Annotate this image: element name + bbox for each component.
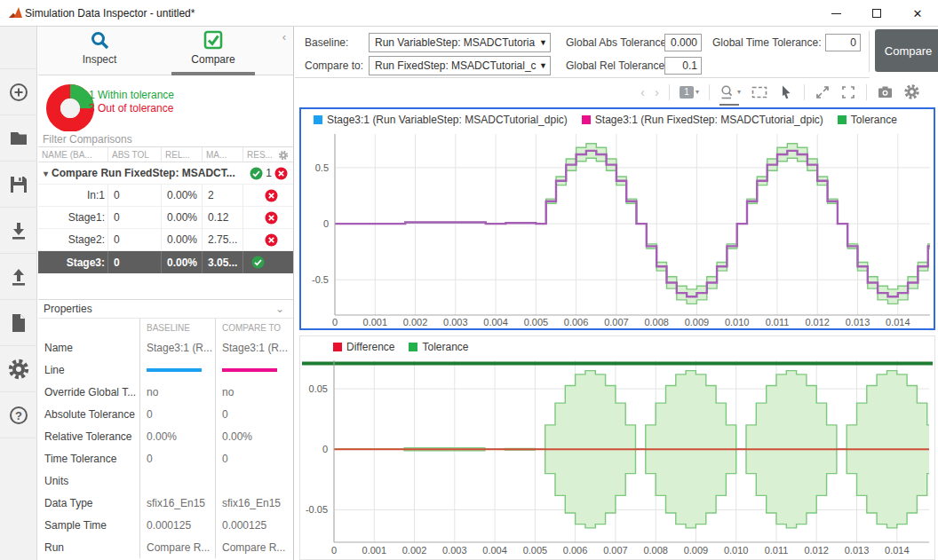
svg-text:0: 0 — [331, 545, 337, 556]
tab-compare[interactable]: Compare — [171, 30, 255, 75]
table-row-stage1[interactable]: Stage1: 0 0.00% 0.12 — [38, 207, 293, 229]
difference-plot-canvas[interactable]: 00.0010.0020.0030.0040.0050.0060.0070.00… — [300, 358, 934, 560]
matlab-logo-icon — [8, 6, 23, 20]
comparison-plot[interactable]: Stage3:1 (Run VariableStep: MSADCTutoria… — [299, 107, 935, 330]
svg-text:0: 0 — [323, 218, 329, 229]
legend-item: Tolerance — [409, 341, 468, 353]
legend-item: Tolerance — [838, 114, 897, 126]
minimize-button[interactable] — [815, 0, 856, 27]
column-settings-gear-icon[interactable] — [278, 150, 289, 161]
signal-name: Stage3: — [38, 251, 108, 273]
out-of-tolerance-count: 3 Out of tolerance — [89, 102, 173, 114]
zoom-in-time-button[interactable]: ▾ — [719, 84, 741, 100]
tab-inspect[interactable]: Inspect — [58, 30, 141, 75]
help-icon: ? — [8, 405, 29, 426]
compare-line-swatch — [222, 368, 277, 372]
svg-text:0.002: 0.002 — [402, 545, 427, 556]
global-abs-tolerance-label: Global Abs Tolerance: — [566, 36, 670, 49]
prop-row-rel-tol: Relative Tolerance 0.00% 0.00% — [38, 425, 293, 447]
pass-icon — [251, 256, 265, 269]
nav-forward-icon[interactable]: › — [655, 85, 659, 99]
signal-name: In:1 — [38, 185, 108, 207]
svg-text:0.013: 0.013 — [846, 317, 870, 327]
simulation-data-inspector-window: Simulation Data Inspector - untitled* ✕ — [0, 0, 938, 560]
global-time-tolerance-input[interactable]: 0 — [825, 34, 861, 51]
import-button[interactable] — [0, 208, 37, 254]
svg-text:0.009: 0.009 — [685, 317, 710, 327]
fullscreen-button[interactable] — [840, 84, 856, 100]
collapse-panel-chevron-icon[interactable]: ‹ — [282, 30, 286, 43]
maximize-button[interactable] — [856, 0, 897, 27]
title-bar: Simulation Data Inspector - untitled* ✕ — [0, 0, 938, 27]
chevron-down-icon: ▾ — [737, 88, 741, 96]
table-row-stage3-selected[interactable]: Stage3: 0 0.00% 3.05... — [38, 251, 293, 273]
expand-button[interactable] — [815, 84, 831, 100]
save-button[interactable] — [0, 162, 37, 208]
filter-comparisons-input[interactable]: Filter Comparisons — [38, 131, 293, 147]
svg-text:0.005: 0.005 — [523, 545, 548, 556]
signal-name: Stage2: — [38, 229, 108, 251]
preferences-button[interactable] — [0, 346, 37, 392]
compare-to-run-dropdown[interactable]: Run FixedStep: MSADCTutorial_c ▼ — [369, 56, 551, 75]
table-row-in1[interactable]: In:1 0 0.00% 2 — [38, 185, 293, 207]
active-tool-underline — [719, 104, 739, 106]
fail-icon — [265, 189, 278, 202]
prop-row-override: Override Global T... no no — [38, 381, 293, 403]
compare-to-column-header: COMPARE TO — [215, 319, 293, 336]
snapshot-button[interactable] — [877, 84, 894, 100]
gear-icon — [903, 83, 920, 100]
svg-text:0.014: 0.014 — [886, 317, 910, 327]
compare-button[interactable]: Compare — [875, 29, 938, 72]
close-button[interactable]: ✕ — [897, 0, 938, 27]
fit-to-view-button[interactable] — [751, 84, 768, 100]
table-row-stage2[interactable]: Stage2: 0 0.00% 2.75... — [38, 229, 293, 251]
svg-text:0.010: 0.010 — [725, 317, 750, 327]
global-rel-tolerance-input[interactable]: 0.1 — [664, 57, 702, 75]
plot-toolbar: ‹ › 1 ▾ ▾ — [295, 78, 929, 106]
svg-text:0.004: 0.004 — [483, 317, 508, 327]
svg-text:0.05: 0.05 — [309, 383, 328, 394]
chevron-down-icon[interactable]: ⌄ — [275, 303, 284, 315]
difference-plot[interactable]: DifferenceTolerance 00.0010.0020.0030.00… — [299, 335, 935, 560]
svg-text:0: 0 — [332, 317, 338, 327]
subplot-layout-button[interactable]: 1 ▾ — [680, 86, 699, 99]
col-max-diff: MA... — [203, 147, 243, 162]
add-run-button[interactable] — [0, 69, 37, 115]
tab-strip: Inspect Compare ‹ — [38, 27, 293, 75]
visualization-settings-button[interactable] — [903, 83, 920, 100]
baseline-run-dropdown[interactable]: Run VariableStep: MSADCTutoria ▼ — [369, 33, 551, 52]
legend-label: Stage3:1 (Run FixedStep: MSADCTutorial_d… — [595, 114, 823, 126]
comparison-result-donut — [46, 84, 94, 132]
comparison-table-header[interactable]: NAME (BA... ABS TOL REL... MA... RES... — [38, 147, 293, 162]
expand-arrow-icon[interactable]: ▾ — [44, 169, 48, 178]
window-title: Simulation Data Inspector - untitled* — [25, 7, 195, 20]
compare-run-group-row[interactable]: ▾ Compare Run FixedStep: MSADCT... 1 — [38, 162, 293, 185]
svg-text:0: 0 — [322, 444, 328, 454]
cursor-tool-button[interactable] — [778, 84, 794, 100]
report-button[interactable] — [0, 300, 37, 346]
pointer-cursor-icon — [778, 84, 794, 100]
svg-text:0.008: 0.008 — [643, 545, 668, 556]
properties-header[interactable]: Properties ⌄ — [38, 299, 293, 319]
comparison-plot-canvas[interactable]: 00.0010.0020.0030.0040.0050.0060.0070.00… — [301, 130, 934, 328]
legend-item: Difference — [333, 341, 394, 353]
tab-compare-label: Compare — [191, 53, 234, 66]
help-button[interactable]: ? — [0, 392, 37, 438]
within-tolerance-count: 1 Within tolerance — [89, 89, 174, 101]
global-abs-tolerance-input[interactable]: 0.000 — [664, 34, 702, 51]
prop-row-line: Line — [38, 359, 293, 381]
legend-label: Stage3:1 (Run VariableStep: MSADCTutoria… — [327, 114, 568, 126]
difference-plot-legend: DifferenceTolerance — [300, 336, 934, 358]
export-icon — [8, 266, 29, 288]
nav-back-icon[interactable]: ‹ — [640, 85, 645, 99]
properties-column-headers: BASELINE COMPARE TO — [38, 319, 293, 336]
svg-text:0.011: 0.011 — [766, 317, 790, 327]
save-icon — [8, 174, 29, 195]
open-button[interactable] — [0, 115, 37, 162]
export-button[interactable] — [0, 254, 37, 300]
col-name: NAME (BA... — [38, 147, 108, 162]
fail-icon — [274, 167, 288, 180]
add-run-icon — [8, 82, 29, 103]
svg-text:0.014: 0.014 — [885, 545, 910, 556]
legend-swatch — [314, 115, 322, 124]
